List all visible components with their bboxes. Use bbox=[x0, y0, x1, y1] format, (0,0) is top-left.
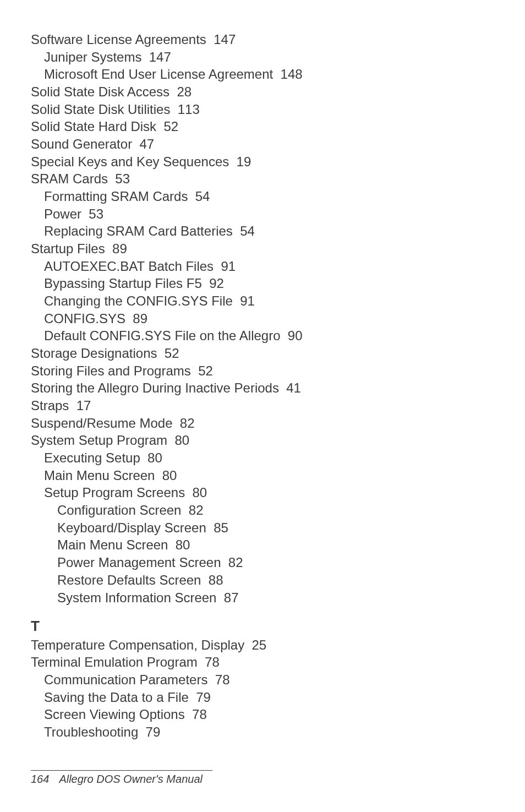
index-entry: Main Menu Screen 80 bbox=[31, 467, 503, 484]
footer-rule bbox=[31, 770, 212, 771]
index-entry: Power Management Screen 82 bbox=[31, 554, 503, 571]
index-entry: AUTOEXEC.BAT Batch Files 91 bbox=[31, 258, 503, 275]
index-entry: System Information Screen 87 bbox=[31, 589, 503, 607]
index-entry: Solid State Disk Utilities 113 bbox=[31, 101, 503, 118]
index-entry: Formatting SRAM Cards 54 bbox=[31, 188, 503, 205]
index-entry: Solid State Hard Disk 52 bbox=[31, 118, 503, 135]
index-entry: Default CONFIG.SYS File on the Allegro 9… bbox=[31, 327, 503, 345]
index-entry: Setup Program Screens 80 bbox=[31, 484, 503, 502]
index-section-letter: T bbox=[31, 616, 503, 636]
index-entry: Juniper Systems 147 bbox=[31, 48, 503, 66]
index-entry: Special Keys and Key Sequences 19 bbox=[31, 153, 503, 171]
index-entry: Software License Agreements 147 bbox=[31, 31, 503, 48]
index-section-t: Temperature Compensation, Display 25Term… bbox=[31, 636, 503, 741]
page-footer: 164Allegro DOS Owner's Manual bbox=[31, 770, 494, 786]
index-section-s: Software License Agreements 147Juniper S… bbox=[31, 31, 503, 606]
index-entry: Power 53 bbox=[31, 205, 503, 223]
footer-title: Allegro DOS Owner's Manual bbox=[59, 773, 203, 785]
index-entry: Terminal Emulation Program 78 bbox=[31, 653, 503, 671]
index-entry: System Setup Program 80 bbox=[31, 432, 503, 449]
index-entry: Straps 17 bbox=[31, 397, 503, 415]
index-entry: Bypassing Startup Files F5 92 bbox=[31, 275, 503, 292]
index-entry: Troubleshooting 79 bbox=[31, 723, 503, 741]
index-entry: Main Menu Screen 80 bbox=[31, 536, 503, 554]
index-entry: Temperature Compensation, Display 25 bbox=[31, 636, 503, 654]
index-entry: Communication Parameters 78 bbox=[31, 671, 503, 689]
index-entry: Configuration Screen 82 bbox=[31, 502, 503, 519]
index-entry: Restore Defaults Screen 88 bbox=[31, 571, 503, 589]
index-entry: SRAM Cards 53 bbox=[31, 170, 503, 188]
index-entry: Replacing SRAM Card Batteries 54 bbox=[31, 222, 503, 240]
index-entry: Storage Designations 52 bbox=[31, 345, 503, 362]
index-entry: Storing the Allegro During Inactive Peri… bbox=[31, 379, 503, 397]
index-entry: Changing the CONFIG.SYS File 91 bbox=[31, 292, 503, 310]
index-page: Software License Agreements 147Juniper S… bbox=[0, 0, 525, 741]
footer-text: 164Allegro DOS Owner's Manual bbox=[31, 773, 494, 786]
index-entry: CONFIG.SYS 89 bbox=[31, 310, 503, 328]
index-entry: Executing Setup 80 bbox=[31, 449, 503, 467]
index-entry: Storing Files and Programs 52 bbox=[31, 362, 503, 380]
index-entry: Microsoft End User License Agreement 148 bbox=[31, 66, 503, 83]
index-entry: Screen Viewing Options 78 bbox=[31, 706, 503, 723]
index-entry: Suspend/Resume Mode 82 bbox=[31, 415, 503, 432]
index-entry: Solid State Disk Access 28 bbox=[31, 83, 503, 101]
index-entry: Sound Generator 47 bbox=[31, 135, 503, 153]
index-entry: Startup Files 89 bbox=[31, 240, 503, 258]
footer-page-number: 164 bbox=[31, 773, 49, 785]
index-entry: Keyboard/Display Screen 85 bbox=[31, 519, 503, 537]
index-entry: Saving the Data to a File 79 bbox=[31, 689, 503, 706]
